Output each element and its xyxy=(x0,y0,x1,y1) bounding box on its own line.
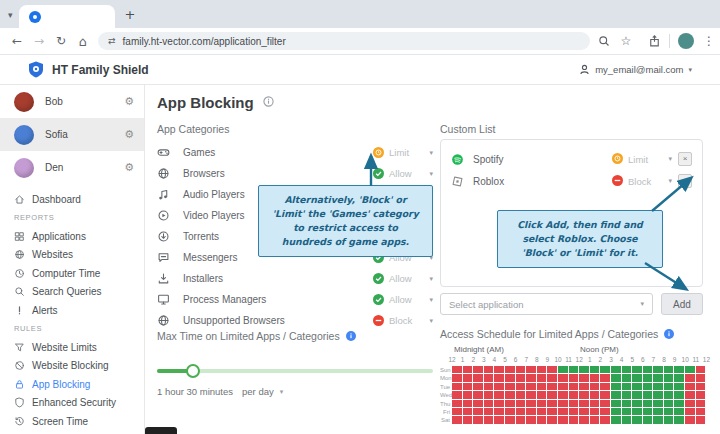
blocked-cell[interactable] xyxy=(505,391,515,398)
browser-tab[interactable] xyxy=(19,5,115,28)
blocked-cell[interactable] xyxy=(463,400,473,407)
allowed-cell[interactable] xyxy=(622,374,632,381)
allowed-cell[interactable] xyxy=(674,408,684,415)
category-status-dropdown-installers[interactable]: Allow▾ xyxy=(373,270,433,288)
allowed-cell[interactable] xyxy=(590,366,600,373)
allowed-cell[interactable] xyxy=(653,391,663,398)
category-status-dropdown-unsupported-browsers[interactable]: Block▾ xyxy=(373,312,433,330)
blocked-cell[interactable] xyxy=(537,366,547,373)
blocked-cell[interactable] xyxy=(569,374,579,381)
allowed-cell[interactable] xyxy=(632,416,642,423)
blocked-cell[interactable] xyxy=(484,374,494,381)
remove-app-button[interactable]: × xyxy=(678,152,692,166)
account-menu[interactable]: my_email@mail.com ▾ xyxy=(579,64,692,75)
max-time-info-icon[interactable] xyxy=(346,331,356,341)
blocked-cell[interactable] xyxy=(484,391,494,398)
category-status-dropdown-games[interactable]: Limit▾ xyxy=(373,144,433,162)
allowed-cell[interactable] xyxy=(653,400,663,407)
blocked-cell[interactable] xyxy=(590,400,600,407)
blocked-cell[interactable] xyxy=(463,416,473,423)
blocked-cell[interactable] xyxy=(537,400,547,407)
allowed-cell[interactable] xyxy=(643,408,653,415)
page-info-icon[interactable] xyxy=(263,93,274,111)
blocked-cell[interactable] xyxy=(484,408,494,415)
allowed-cell[interactable] xyxy=(643,400,653,407)
blocked-cell[interactable] xyxy=(516,391,526,398)
blocked-cell[interactable] xyxy=(569,416,579,423)
allowed-cell[interactable] xyxy=(664,408,674,415)
blocked-cell[interactable] xyxy=(473,400,483,407)
blocked-cell[interactable] xyxy=(558,408,568,415)
blocked-cell[interactable] xyxy=(569,400,579,407)
blocked-cell[interactable] xyxy=(484,383,494,390)
user-row-sofia[interactable]: Sofia⚙ xyxy=(0,118,144,151)
blocked-cell[interactable] xyxy=(505,374,515,381)
allowed-cell[interactable] xyxy=(674,416,684,423)
blocked-cell[interactable] xyxy=(516,374,526,381)
allowed-cell[interactable] xyxy=(611,391,621,398)
sidebar-item-website-blocking[interactable]: Website Blocking xyxy=(0,357,144,376)
allowed-cell[interactable] xyxy=(643,391,653,398)
blocked-cell[interactable] xyxy=(558,391,568,398)
blocked-cell[interactable] xyxy=(452,408,462,415)
browser-menu-icon[interactable]: ⋮ xyxy=(698,35,720,47)
blocked-cell[interactable] xyxy=(494,366,504,373)
blocked-cell[interactable] xyxy=(569,391,579,398)
sidebar-item-computer-time[interactable]: Computer Time xyxy=(0,264,144,283)
blocked-cell[interactable] xyxy=(537,416,547,423)
forward-icon[interactable]: → xyxy=(28,35,50,47)
blocked-cell[interactable] xyxy=(579,374,589,381)
sidebar-item-applications[interactable]: Applications xyxy=(0,227,144,246)
allowed-cell[interactable] xyxy=(632,391,642,398)
allowed-cell[interactable] xyxy=(653,408,663,415)
blocked-cell[interactable] xyxy=(473,366,483,373)
allowed-cell[interactable] xyxy=(579,366,589,373)
blocked-cell[interactable] xyxy=(537,391,547,398)
blocked-cell[interactable] xyxy=(537,383,547,390)
blocked-cell[interactable] xyxy=(547,383,557,390)
blocked-cell[interactable] xyxy=(494,391,504,398)
allowed-cell[interactable] xyxy=(664,416,674,423)
sidebar-item-websites[interactable]: Websites xyxy=(0,246,144,265)
tab-search-caret-icon[interactable]: ▾ xyxy=(8,10,13,20)
allowed-cell[interactable] xyxy=(611,374,621,381)
blocked-cell[interactable] xyxy=(452,383,462,390)
blocked-cell[interactable] xyxy=(558,383,568,390)
blocked-cell[interactable] xyxy=(547,408,557,415)
blocked-cell[interactable] xyxy=(484,416,494,423)
blocked-cell[interactable] xyxy=(526,366,536,373)
blocked-cell[interactable] xyxy=(600,383,610,390)
allowed-cell[interactable] xyxy=(653,374,663,381)
blocked-cell[interactable] xyxy=(547,391,557,398)
blocked-cell[interactable] xyxy=(494,400,504,407)
blocked-cell[interactable] xyxy=(516,383,526,390)
allowed-cell[interactable] xyxy=(622,391,632,398)
blocked-cell[interactable] xyxy=(526,383,536,390)
sidebar-item-website-limits[interactable]: Website Limits xyxy=(0,338,144,357)
blocked-cell[interactable] xyxy=(494,408,504,415)
allowed-cell[interactable] xyxy=(622,400,632,407)
user-settings-gear-icon[interactable]: ⚙ xyxy=(124,128,134,141)
allowed-cell[interactable] xyxy=(664,366,674,373)
allowed-cell[interactable] xyxy=(611,416,621,423)
blocked-cell[interactable] xyxy=(473,416,483,423)
blocked-cell[interactable] xyxy=(526,400,536,407)
search-icon[interactable] xyxy=(593,35,615,48)
blocked-cell[interactable] xyxy=(590,383,600,390)
blocked-cell[interactable] xyxy=(526,391,536,398)
allowed-cell[interactable] xyxy=(674,383,684,390)
bookmark-star-icon[interactable]: ☆ xyxy=(615,35,637,47)
blocked-cell[interactable] xyxy=(473,391,483,398)
sidebar-item-screen-time[interactable]: Screen Time xyxy=(0,412,144,431)
blocked-cell[interactable] xyxy=(505,416,515,423)
blocked-cell[interactable] xyxy=(590,408,600,415)
app-status-dropdown-spotify[interactable]: Limit▾ xyxy=(612,150,672,168)
allowed-cell[interactable] xyxy=(611,383,621,390)
blocked-cell[interactable] xyxy=(484,366,494,373)
category-status-dropdown-browsers[interactable]: Allow▾ xyxy=(373,165,433,183)
user-row-bob[interactable]: Bob⚙ xyxy=(0,85,144,118)
allowed-cell[interactable] xyxy=(632,408,642,415)
allowed-cell[interactable] xyxy=(643,374,653,381)
blocked-cell[interactable] xyxy=(569,383,579,390)
add-button[interactable]: Add xyxy=(661,293,703,315)
